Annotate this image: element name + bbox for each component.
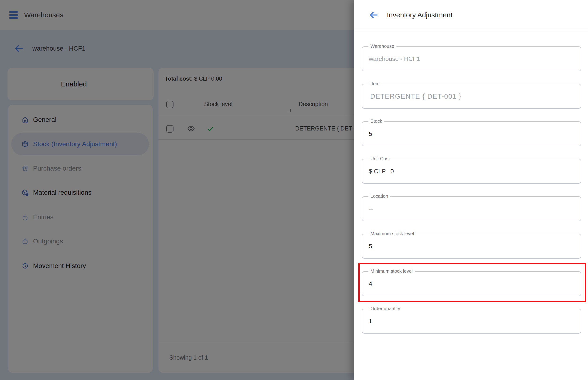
- inventory-adjustment-drawer: Inventory Adjustment Warehouse warehouse…: [354, 0, 588, 380]
- item-field[interactable]: Item DETERGENTE { DET-001 }: [362, 84, 581, 109]
- drawer-header: Inventory Adjustment: [354, 0, 588, 30]
- warehouse-field[interactable]: Warehouse warehouse - HCF1: [362, 46, 581, 71]
- stock-field[interactable]: Stock 5: [362, 121, 581, 146]
- unit-cost-field[interactable]: Unit Cost $ CLP0: [362, 159, 581, 184]
- warehouses-app: Warehouses warehouse - HCF1 Enabled Gene…: [0, 0, 588, 380]
- maximum-stock-level-field[interactable]: Maximum stock level 5: [362, 234, 581, 259]
- drawer-back-arrow-icon[interactable]: [368, 10, 379, 20]
- currency-prefix: $ CLP: [369, 168, 386, 175]
- order-quantity-field[interactable]: Order quantity 1: [362, 309, 581, 334]
- location-field[interactable]: Location --: [362, 196, 581, 221]
- minimum-stock-level-field[interactable]: Minimum stock level 4: [362, 271, 581, 296]
- drawer-title: Inventory Adjustment: [387, 0, 452, 30]
